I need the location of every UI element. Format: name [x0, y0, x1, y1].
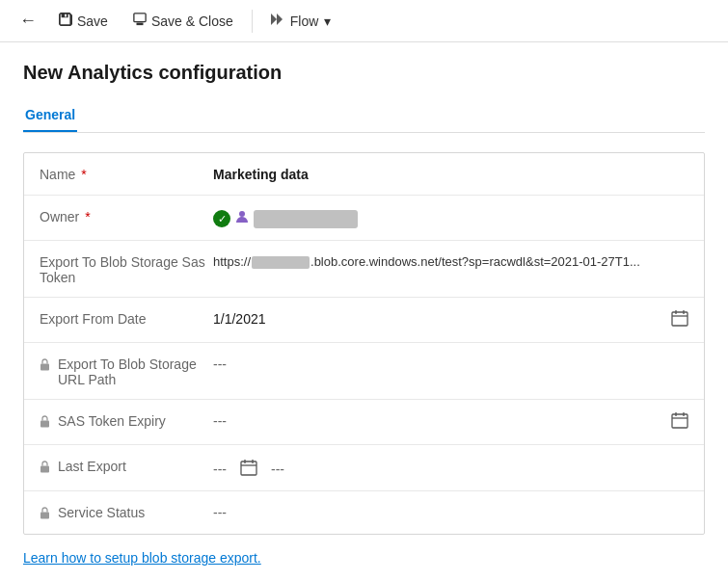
- owner-person-icon: [234, 209, 250, 228]
- lock-icon-last-export: [40, 461, 50, 476]
- service-status-value: ---: [213, 505, 227, 520]
- tabs: General: [23, 99, 705, 133]
- field-label-owner: Owner *: [40, 207, 213, 224]
- field-label-export-blob-url: Export To Blob Storage URL Path: [40, 355, 213, 387]
- name-label-text: Name: [40, 167, 75, 182]
- field-label-export-from-date: Export From Date: [40, 309, 213, 327]
- field-value-export-blob-sas: https://.blob.core.windows.net/test?sp=r…: [213, 252, 688, 269]
- owner-name: Urquiza Nathalie: [254, 210, 358, 228]
- owner-required-star: *: [85, 209, 90, 224]
- toolbar-divider: [252, 10, 253, 33]
- export-from-date-label-text: Export From Date: [40, 311, 146, 327]
- last-export-value2: ---: [271, 461, 284, 477]
- save-close-label: Save & Close: [151, 13, 233, 29]
- page-content: New Analytics configuration General Name…: [0, 42, 728, 580]
- name-required-star: *: [81, 167, 86, 182]
- field-row-service-status: Service Status ---: [24, 491, 704, 534]
- save-close-button[interactable]: Save & Close: [122, 7, 244, 35]
- svg-rect-19: [40, 513, 49, 519]
- field-value-owner: ✓ Urquiza Nathalie: [213, 207, 688, 228]
- owner-check-icon: ✓: [213, 210, 230, 227]
- field-value-name: Marketing data: [213, 165, 688, 182]
- field-label-sas-token-expiry: SAS Token Expiry: [40, 411, 213, 431]
- svg-rect-8: [40, 364, 49, 371]
- last-export-value1: ---: [213, 461, 227, 477]
- form-section: Name * Marketing data Owner * ✓: [23, 152, 705, 535]
- field-label-export-blob-sas: Export To Blob Storage Sas Token: [40, 252, 213, 285]
- save-icon: [59, 13, 72, 29]
- field-label-name: Name *: [40, 165, 213, 182]
- field-row-owner: Owner * ✓ Urquiza Nathalie: [24, 196, 704, 241]
- save-button[interactable]: Save: [48, 7, 119, 35]
- service-status-label-text: Service Status: [58, 505, 145, 520]
- page-title: New Analytics configuration: [23, 62, 705, 84]
- lock-icon-sas-token-expiry: [40, 415, 50, 431]
- flow-label: Flow: [290, 13, 319, 29]
- calendar-icon-export-from-date: [671, 309, 688, 330]
- field-value-service-status: ---: [213, 503, 688, 520]
- svg-rect-15: [241, 461, 256, 475]
- sas-token-expiry-label-text: SAS Token Expiry: [58, 413, 166, 429]
- save-label: Save: [77, 13, 108, 29]
- back-button[interactable]: ←: [12, 7, 44, 35]
- owner-icons: ✓ Urquiza Nathalie: [213, 209, 358, 228]
- svg-rect-10: [672, 414, 688, 428]
- field-value-last-export: --- ---: [213, 457, 688, 479]
- field-row-name: Name * Marketing data: [24, 153, 704, 196]
- svg-marker-1: [271, 13, 277, 25]
- link-section: Learn how to setup blob storage export.: [23, 550, 705, 566]
- field-row-export-blob-url: Export To Blob Storage URL Path ---: [24, 343, 704, 400]
- owner-label-text: Owner: [40, 209, 79, 224]
- toolbar: ← Save Save & Close Flow ▾: [0, 0, 728, 42]
- flow-icon: [271, 13, 286, 28]
- name-value: Marketing data: [213, 167, 309, 182]
- lock-icon-service-status: [40, 507, 50, 522]
- field-row-last-export: Last Export --- ---: [24, 445, 704, 491]
- svg-rect-14: [40, 466, 49, 473]
- svg-point-3: [239, 211, 245, 217]
- field-row-export-from-date: Export From Date 1/1/2021: [24, 298, 704, 343]
- last-export-label-text: Last Export: [58, 459, 126, 474]
- tab-general[interactable]: General: [23, 99, 77, 132]
- export-from-date-value: 1/1/2021: [213, 311, 266, 327]
- field-label-service-status: Service Status: [40, 503, 213, 522]
- field-value-export-blob-url: ---: [213, 355, 688, 372]
- field-row-sas-token-expiry: SAS Token Expiry ---: [24, 400, 704, 445]
- svg-rect-4: [672, 312, 688, 326]
- calendar-icon-sas-token-expiry: [671, 411, 688, 433]
- svg-marker-2: [277, 13, 283, 25]
- export-blob-url-value: ---: [213, 356, 227, 372]
- export-blob-sas-value: https://.blob.core.windows.net/test?sp=r…: [213, 254, 640, 269]
- export-from-date-calendar[interactable]: [650, 309, 688, 330]
- export-blob-url-label-text: Export To Blob Storage URL Path: [58, 356, 213, 387]
- field-value-export-from-date: 1/1/2021: [213, 309, 650, 327]
- back-icon: ←: [19, 11, 37, 30]
- field-value-sas-token-expiry: ---: [213, 411, 650, 429]
- sas-token-expiry-value: ---: [213, 413, 227, 429]
- field-row-export-blob-sas: Export To Blob Storage Sas Token https:/…: [24, 241, 704, 298]
- save-close-icon: [133, 13, 147, 29]
- svg-rect-0: [134, 13, 146, 22]
- tab-general-label: General: [25, 107, 75, 122]
- svg-rect-9: [40, 421, 49, 428]
- field-label-last-export: Last Export: [40, 457, 213, 476]
- lock-icon-export-blob-url: [40, 358, 50, 374]
- calendar-icon-last-export[interactable]: [240, 459, 257, 479]
- export-blob-sas-label-text: Export To Blob Storage Sas Token: [40, 254, 213, 285]
- sas-token-expiry-calendar[interactable]: [650, 411, 688, 433]
- learn-link[interactable]: Learn how to setup blob storage export.: [23, 550, 261, 566]
- flow-chevron-icon: ▾: [324, 13, 331, 29]
- flow-button[interactable]: Flow ▾: [260, 8, 342, 35]
